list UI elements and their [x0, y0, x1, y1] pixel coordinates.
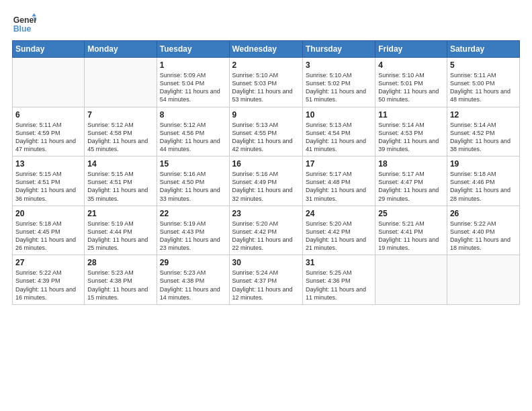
day-number: 24 — [306, 209, 372, 218]
calendar-cell: 5Sunrise: 5:11 AM Sunset: 5:00 PM Daylig… — [447, 58, 519, 107]
day-info: Sunrise: 5:23 AM Sunset: 4:38 PM Dayligh… — [160, 269, 226, 302]
day-info: Sunrise: 5:09 AM Sunset: 5:04 PM Dayligh… — [160, 71, 226, 104]
calendar-cell: 9Sunrise: 5:13 AM Sunset: 4:55 PM Daylig… — [229, 107, 302, 156]
calendar-cell: 17Sunrise: 5:17 AM Sunset: 4:48 PM Dayli… — [302, 156, 375, 206]
header-row: Sunday Monday Tuesday Wednesday Thursday… — [13, 41, 520, 58]
calendar-cell: 23Sunrise: 5:20 AM Sunset: 4:42 PM Dayli… — [229, 205, 302, 255]
day-info: Sunrise: 5:19 AM Sunset: 4:43 PM Dayligh… — [160, 220, 226, 253]
col-sunday: Sunday — [13, 41, 85, 58]
calendar-week-4: 27Sunrise: 5:22 AM Sunset: 4:39 PM Dayli… — [13, 255, 520, 305]
calendar-cell: 24Sunrise: 5:20 AM Sunset: 4:42 PM Dayli… — [302, 205, 375, 255]
day-number: 12 — [450, 110, 517, 120]
day-number: 17 — [306, 159, 372, 169]
calendar-cell: 28Sunrise: 5:23 AM Sunset: 4:38 PM Dayli… — [85, 255, 157, 305]
logo: General Blue — [12, 12, 39, 36]
day-info: Sunrise: 5:12 AM Sunset: 4:58 PM Dayligh… — [87, 121, 153, 154]
calendar-cell: 15Sunrise: 5:16 AM Sunset: 4:50 PM Dayli… — [157, 156, 229, 206]
day-number: 3 — [306, 60, 372, 70]
calendar-cell: 16Sunrise: 5:16 AM Sunset: 4:49 PM Dayli… — [229, 156, 302, 206]
day-number: 8 — [160, 110, 226, 120]
calendar-week-0: 1Sunrise: 5:09 AM Sunset: 5:04 PM Daylig… — [13, 58, 520, 107]
calendar-cell: 10Sunrise: 5:13 AM Sunset: 4:54 PM Dayli… — [302, 107, 375, 156]
calendar-cell: 6Sunrise: 5:11 AM Sunset: 4:59 PM Daylig… — [13, 107, 85, 156]
day-number: 31 — [306, 258, 372, 267]
calendar-cell: 20Sunrise: 5:18 AM Sunset: 4:45 PM Dayli… — [13, 205, 85, 255]
calendar-cell: 27Sunrise: 5:22 AM Sunset: 4:39 PM Dayli… — [13, 255, 85, 305]
day-info: Sunrise: 5:11 AM Sunset: 5:00 PM Dayligh… — [450, 71, 517, 104]
day-info: Sunrise: 5:14 AM Sunset: 4:52 PM Dayligh… — [450, 121, 517, 154]
day-number: 18 — [378, 159, 444, 169]
calendar: Sunday Monday Tuesday Wednesday Thursday… — [12, 40, 520, 305]
day-number: 22 — [160, 209, 226, 218]
calendar-cell: 21Sunrise: 5:19 AM Sunset: 4:44 PM Dayli… — [85, 205, 157, 255]
calendar-cell: 3Sunrise: 5:10 AM Sunset: 5:02 PM Daylig… — [302, 58, 375, 107]
calendar-header: Sunday Monday Tuesday Wednesday Thursday… — [13, 41, 520, 58]
day-info: Sunrise: 5:25 AM Sunset: 4:36 PM Dayligh… — [306, 269, 372, 302]
calendar-cell: 12Sunrise: 5:14 AM Sunset: 4:52 PM Dayli… — [447, 107, 519, 156]
day-info: Sunrise: 5:20 AM Sunset: 4:42 PM Dayligh… — [306, 220, 372, 253]
day-number: 16 — [232, 159, 300, 169]
calendar-cell: 14Sunrise: 5:15 AM Sunset: 4:51 PM Dayli… — [85, 156, 157, 206]
day-info: Sunrise: 5:10 AM Sunset: 5:01 PM Dayligh… — [378, 71, 444, 104]
day-number: 27 — [15, 258, 81, 267]
day-info: Sunrise: 5:22 AM Sunset: 4:40 PM Dayligh… — [450, 220, 517, 253]
calendar-cell — [447, 255, 519, 305]
calendar-cell — [13, 58, 85, 107]
day-number: 29 — [160, 258, 226, 267]
day-info: Sunrise: 5:16 AM Sunset: 4:49 PM Dayligh… — [232, 170, 300, 203]
calendar-week-1: 6Sunrise: 5:11 AM Sunset: 4:59 PM Daylig… — [13, 107, 520, 156]
day-number: 20 — [15, 209, 81, 218]
day-info: Sunrise: 5:22 AM Sunset: 4:39 PM Dayligh… — [15, 269, 81, 302]
day-number: 4 — [378, 60, 444, 70]
day-number: 30 — [232, 258, 300, 267]
calendar-cell — [85, 58, 157, 107]
calendar-cell: 18Sunrise: 5:17 AM Sunset: 4:47 PM Dayli… — [375, 156, 447, 206]
calendar-cell: 25Sunrise: 5:21 AM Sunset: 4:41 PM Dayli… — [375, 205, 447, 255]
calendar-cell: 26Sunrise: 5:22 AM Sunset: 4:40 PM Dayli… — [447, 205, 519, 255]
day-number: 10 — [306, 110, 372, 120]
calendar-cell: 11Sunrise: 5:14 AM Sunset: 4:53 PM Dayli… — [375, 107, 447, 156]
calendar-cell: 2Sunrise: 5:10 AM Sunset: 5:03 PM Daylig… — [229, 58, 302, 107]
calendar-week-3: 20Sunrise: 5:18 AM Sunset: 4:45 PM Dayli… — [13, 205, 520, 255]
col-tuesday: Tuesday — [157, 41, 229, 58]
day-number: 21 — [87, 209, 153, 218]
day-info: Sunrise: 5:21 AM Sunset: 4:41 PM Dayligh… — [378, 220, 444, 253]
svg-text:Blue: Blue — [13, 24, 32, 34]
calendar-cell: 29Sunrise: 5:23 AM Sunset: 4:38 PM Dayli… — [157, 255, 229, 305]
page: General Blue Sunday Monday Tuesday Wedne… — [0, 0, 532, 411]
day-info: Sunrise: 5:16 AM Sunset: 4:50 PM Dayligh… — [160, 170, 226, 203]
day-number: 13 — [15, 159, 81, 169]
day-info: Sunrise: 5:24 AM Sunset: 4:37 PM Dayligh… — [232, 269, 300, 302]
day-number: 23 — [232, 209, 300, 218]
calendar-cell: 13Sunrise: 5:15 AM Sunset: 4:51 PM Dayli… — [13, 156, 85, 206]
calendar-cell: 19Sunrise: 5:18 AM Sunset: 4:46 PM Dayli… — [447, 156, 519, 206]
day-info: Sunrise: 5:13 AM Sunset: 4:55 PM Dayligh… — [232, 121, 300, 154]
svg-marker-2 — [32, 13, 36, 17]
col-thursday: Thursday — [302, 41, 375, 58]
day-number: 5 — [450, 60, 517, 70]
svg-text:General: General — [13, 15, 36, 25]
day-number: 19 — [450, 159, 517, 169]
col-friday: Friday — [375, 41, 447, 58]
col-wednesday: Wednesday — [229, 41, 302, 58]
calendar-cell: 1Sunrise: 5:09 AM Sunset: 5:04 PM Daylig… — [157, 58, 229, 107]
day-number: 15 — [160, 159, 226, 169]
calendar-week-2: 13Sunrise: 5:15 AM Sunset: 4:51 PM Dayli… — [13, 156, 520, 206]
day-number: 28 — [87, 258, 153, 267]
calendar-body: 1Sunrise: 5:09 AM Sunset: 5:04 PM Daylig… — [13, 58, 520, 305]
day-info: Sunrise: 5:14 AM Sunset: 4:53 PM Dayligh… — [378, 121, 444, 154]
col-monday: Monday — [85, 41, 157, 58]
day-number: 14 — [87, 159, 153, 169]
calendar-cell: 8Sunrise: 5:12 AM Sunset: 4:56 PM Daylig… — [157, 107, 229, 156]
calendar-cell: 30Sunrise: 5:24 AM Sunset: 4:37 PM Dayli… — [229, 255, 302, 305]
day-number: 25 — [378, 209, 444, 218]
day-info: Sunrise: 5:20 AM Sunset: 4:42 PM Dayligh… — [232, 220, 300, 253]
day-info: Sunrise: 5:18 AM Sunset: 4:46 PM Dayligh… — [450, 170, 517, 203]
day-info: Sunrise: 5:13 AM Sunset: 4:54 PM Dayligh… — [306, 121, 372, 154]
day-number: 11 — [378, 110, 444, 120]
day-info: Sunrise: 5:15 AM Sunset: 4:51 PM Dayligh… — [15, 170, 81, 203]
logo-icon: General Blue — [12, 12, 36, 36]
calendar-cell: 7Sunrise: 5:12 AM Sunset: 4:58 PM Daylig… — [85, 107, 157, 156]
day-info: Sunrise: 5:18 AM Sunset: 4:45 PM Dayligh… — [15, 220, 81, 253]
day-info: Sunrise: 5:12 AM Sunset: 4:56 PM Dayligh… — [160, 121, 226, 154]
